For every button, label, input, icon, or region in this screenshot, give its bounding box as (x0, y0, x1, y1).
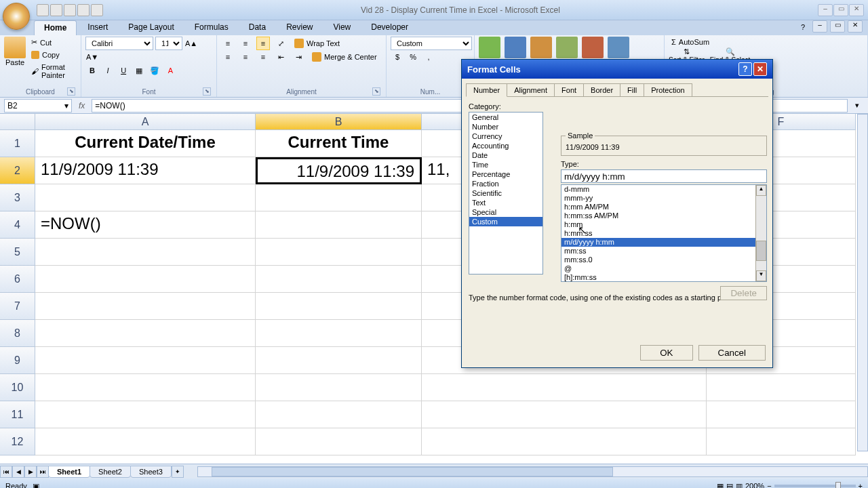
align-bottom-button[interactable]: ≡ (256, 37, 270, 50)
view-break-icon[interactable]: ▥ (736, 482, 743, 489)
dlg-tab-font[interactable]: Font (554, 83, 584, 97)
cell-b4[interactable] (256, 211, 422, 239)
align-center-button[interactable]: ≡ (239, 50, 252, 64)
macro-record-icon[interactable]: ▣ (33, 482, 39, 489)
type-item-selected[interactable]: m/d/yyyy h:mm (561, 238, 766, 247)
cat-custom[interactable]: Custom (469, 217, 542, 226)
tab-developer[interactable]: Developer (361, 20, 418, 35)
cell-a2[interactable]: 11/9/2009 11:39 (35, 157, 256, 184)
row-header-12[interactable]: 12 (0, 428, 35, 455)
redo-icon[interactable] (64, 4, 76, 16)
cat-text[interactable]: Text (469, 198, 542, 207)
sheet-tab-2[interactable]: Sheet2 (90, 466, 131, 478)
cat-time[interactable]: Time (469, 160, 542, 169)
minimize-button[interactable]: – (818, 4, 833, 16)
cat-scientific[interactable]: Scientific (469, 188, 542, 198)
cat-fraction[interactable]: Fraction (469, 179, 542, 188)
doc-minimize-button[interactable]: – (812, 20, 827, 33)
doc-close-button[interactable]: ✕ (848, 20, 863, 33)
autosum-button[interactable]: ΣAutoSum (669, 37, 863, 47)
fill-color-button[interactable]: 🪣 (148, 64, 161, 78)
fx-icon[interactable]: fx (79, 101, 85, 110)
cell-b3[interactable] (256, 184, 422, 211)
row-header-2[interactable]: 2 (0, 157, 35, 184)
comma-format-button[interactable]: , (422, 50, 435, 64)
cond-format-icon[interactable] (479, 37, 500, 58)
type-item[interactable]: h:mm:ss AM/PM (561, 211, 766, 220)
copy-button[interactable]: Copy (28, 49, 77, 60)
type-item[interactable]: d-mmm (561, 185, 766, 194)
font-launcher-icon[interactable]: ⬊ (203, 87, 211, 96)
accounting-format-button[interactable]: $ (391, 50, 404, 64)
dlg-tab-alignment[interactable]: Alignment (507, 83, 555, 97)
row-header-9[interactable]: 9 (0, 347, 35, 374)
row-header-11[interactable]: 11 (0, 401, 35, 428)
type-list-scrollbar[interactable]: ▲ ▼ (755, 185, 766, 281)
number-format-select[interactable]: Custom (391, 37, 472, 50)
cancel-button[interactable]: Cancel (698, 345, 766, 361)
maximize-button[interactable]: ▭ (833, 4, 848, 16)
cell-a1[interactable]: Current Date/Time (35, 130, 256, 157)
type-item[interactable]: [h]:mm:ss (561, 273, 766, 282)
dlg-tab-protection[interactable]: Protection (644, 83, 692, 97)
col-header-b[interactable]: B (256, 114, 422, 130)
underline-button[interactable]: U (117, 64, 130, 77)
shrink-font-button[interactable]: A▼ (85, 50, 99, 64)
type-list[interactable]: d-mmm mmm-yy h:mm AM/PM h:mm:ss AM/PM h:… (561, 184, 767, 282)
tab-insert[interactable]: Insert (78, 20, 117, 35)
orientation-button[interactable]: ⤢ (274, 37, 288, 50)
cut-button[interactable]: ✂Cut (28, 37, 77, 48)
row-header-4[interactable]: 4 (0, 211, 35, 239)
ok-button[interactable]: OK (640, 345, 692, 361)
cat-special[interactable]: Special (469, 207, 542, 217)
name-box[interactable]: B2▾ (4, 99, 72, 113)
font-size-select[interactable]: 11 (155, 37, 182, 50)
borders-button[interactable]: ▦ (132, 64, 146, 78)
scroll-down-icon[interactable]: ▼ (756, 270, 766, 281)
help-icon[interactable]: ? (796, 20, 810, 34)
select-all-corner[interactable] (0, 114, 35, 130)
cat-percentage[interactable]: Percentage (469, 169, 542, 179)
wrap-text-button[interactable]: Wrap Text (292, 37, 342, 49)
grow-font-button[interactable]: A▲ (184, 37, 198, 50)
tab-data[interactable]: Data (239, 20, 275, 35)
merge-center-button[interactable]: Merge & Center (309, 51, 380, 63)
cell-b1[interactable]: Current Time (256, 130, 422, 157)
clipboard-launcher-icon[interactable]: ⬊ (67, 87, 75, 96)
chevron-down-icon[interactable]: ▾ (64, 101, 68, 110)
italic-button[interactable]: I (101, 64, 115, 77)
sheet-nav-prev[interactable]: ◀ (12, 466, 24, 478)
view-normal-icon[interactable]: ▦ (717, 482, 724, 489)
cell-styles-icon[interactable] (530, 37, 552, 58)
office-button[interactable] (3, 3, 30, 30)
row-header-3[interactable]: 3 (0, 184, 35, 211)
dialog-close-button[interactable]: ✕ (753, 62, 767, 76)
cat-currency[interactable]: Currency (469, 131, 542, 141)
save-icon[interactable] (37, 4, 49, 16)
sheet-nav-next[interactable]: ▶ (24, 466, 37, 478)
type-item[interactable]: h:mm:ss (561, 229, 766, 238)
percent-format-button[interactable]: % (406, 50, 420, 64)
doc-restore-button[interactable]: ▭ (830, 20, 845, 33)
format-painter-button[interactable]: 🖌Format Painter (28, 62, 77, 81)
col-header-a[interactable]: A (35, 114, 256, 130)
sheet-nav-first[interactable]: ⏮ (0, 466, 12, 478)
zoom-in-button[interactable]: + (859, 482, 863, 488)
row-header-1[interactable]: 1 (0, 130, 35, 157)
row-header-6[interactable]: 6 (0, 266, 35, 293)
format-table-icon[interactable] (505, 37, 526, 58)
row-header-10[interactable]: 10 (0, 374, 35, 401)
delete-cells-icon[interactable] (582, 37, 604, 58)
row-header-7[interactable]: 7 (0, 293, 35, 320)
qat-custom2-icon[interactable] (91, 4, 103, 16)
cat-number[interactable]: Number (469, 122, 542, 131)
paste-button[interactable]: Paste (4, 37, 26, 81)
align-left-button[interactable]: ≡ (221, 50, 235, 64)
horizontal-scrollbar[interactable] (197, 466, 868, 477)
qat-custom-icon[interactable] (77, 4, 90, 16)
bold-button[interactable]: B (85, 64, 99, 77)
insert-cells-icon[interactable] (556, 37, 578, 58)
vertical-scrollbar[interactable] (857, 114, 868, 451)
format-cells-icon[interactable] (608, 37, 629, 58)
font-color-button[interactable]: A (163, 64, 177, 77)
